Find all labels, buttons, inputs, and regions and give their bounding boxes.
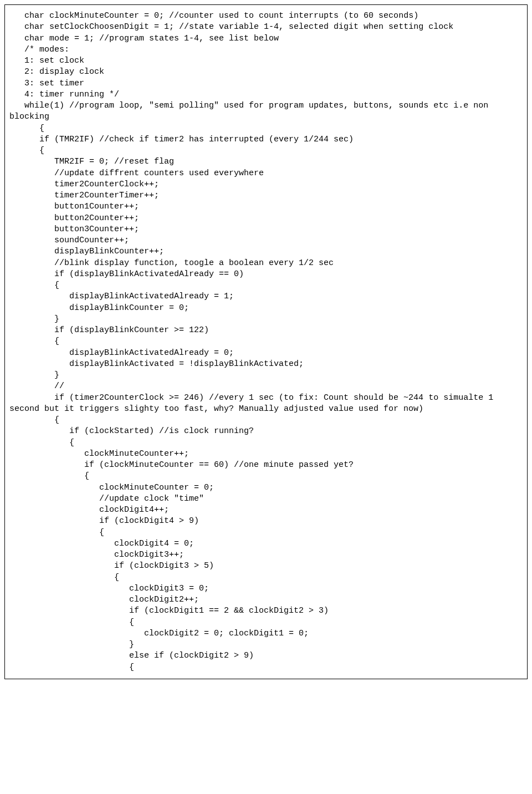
code-line: soundCounter++; <box>9 235 523 246</box>
code-line: while(1) //program loop, "semi polling" … <box>9 100 523 123</box>
code-line: char setClockChoosenDigit = 1; //state v… <box>9 22 523 33</box>
code-line: char mode = 1; //program states 1-4, see… <box>9 33 523 44</box>
code-line: button2Counter++; <box>9 213 523 224</box>
code-line: // <box>9 381 523 392</box>
code-line: { <box>9 437 523 449</box>
code-line: if (displayBlinkActivatedAlready == 0) <box>9 269 523 280</box>
code-line: displayBlinkActivatedAlready = 1; <box>9 291 523 302</box>
code-line: { <box>9 336 523 347</box>
code-line: { <box>9 662 523 673</box>
code-line: timer2CounterClock++; <box>9 179 523 190</box>
code-line: } <box>9 370 523 381</box>
code-line: { <box>9 617 523 628</box>
code-line: if (displayBlinkCounter >= 122) <box>9 325 523 336</box>
code-line: if (clockDigit1 == 2 && clockDigit2 > 3) <box>9 605 523 617</box>
code-line: if (clockStarted) //is clock running? <box>9 426 523 437</box>
code-line: { <box>9 145 523 156</box>
code-line: if (clockMinuteCounter == 60) //one minu… <box>9 460 523 471</box>
code-line: clockDigit4 = 0; <box>9 538 523 549</box>
code-line: clockDigit2++; <box>9 594 523 605</box>
code-line: 3: set timer <box>9 78 523 89</box>
code-line: //update clock "time" <box>9 493 523 505</box>
code-line: { <box>9 572 523 583</box>
code-line: 4: timer running */ <box>9 89 523 100</box>
code-line: } <box>9 314 523 325</box>
code-line: if (clockDigit3 > 5) <box>9 561 523 572</box>
code-line: TMR2IF = 0; //reset flag <box>9 156 523 167</box>
code-block: char clockMinuteCounter = 0; //counter u… <box>4 4 528 679</box>
code-line: //blink display function, toogle a boole… <box>9 258 523 269</box>
code-line: button1Counter++; <box>9 201 523 212</box>
code-line: displayBlinkActivated = !displayBlinkAct… <box>9 359 523 370</box>
code-line: 1: set clock <box>9 55 523 67</box>
code-line: /* modes: <box>9 44 523 55</box>
code-line: } <box>9 639 523 650</box>
code-line: else if (clockDigit2 > 9) <box>9 650 523 661</box>
code-line: displayBlinkActivatedAlready = 0; <box>9 348 523 359</box>
code-line: //update diffrent counters used everywhe… <box>9 168 523 179</box>
code-line: if (TMR2IF) //check if timer2 has interr… <box>9 134 523 145</box>
code-line: button3Counter++; <box>9 224 523 235</box>
code-line: clockMinuteCounter = 0; <box>9 482 523 493</box>
code-line: clockDigit3++; <box>9 549 523 561</box>
code-line: if (timer2CounterClock >= 246) //every 1… <box>9 393 523 415</box>
code-line: clockDigit3 = 0; <box>9 583 523 594</box>
code-line: { <box>9 415 523 426</box>
code-line: { <box>9 527 523 538</box>
code-line: displayBlinkCounter = 0; <box>9 303 523 314</box>
code-line: { <box>9 471 523 482</box>
code-line: clockDigit4++; <box>9 505 523 516</box>
code-line: { <box>9 123 523 134</box>
code-line: 2: display clock <box>9 67 523 78</box>
code-line: char clockMinuteCounter = 0; //counter u… <box>9 11 523 22</box>
code-line: if (clockDigit4 > 9) <box>9 516 523 527</box>
code-line: { <box>9 280 523 291</box>
code-line: clockDigit2 = 0; clockDigit1 = 0; <box>9 628 523 639</box>
code-line: timer2CounterTimer++; <box>9 190 523 201</box>
code-line: clockMinuteCounter++; <box>9 449 523 460</box>
code-line: displayBlinkCounter++; <box>9 246 523 257</box>
